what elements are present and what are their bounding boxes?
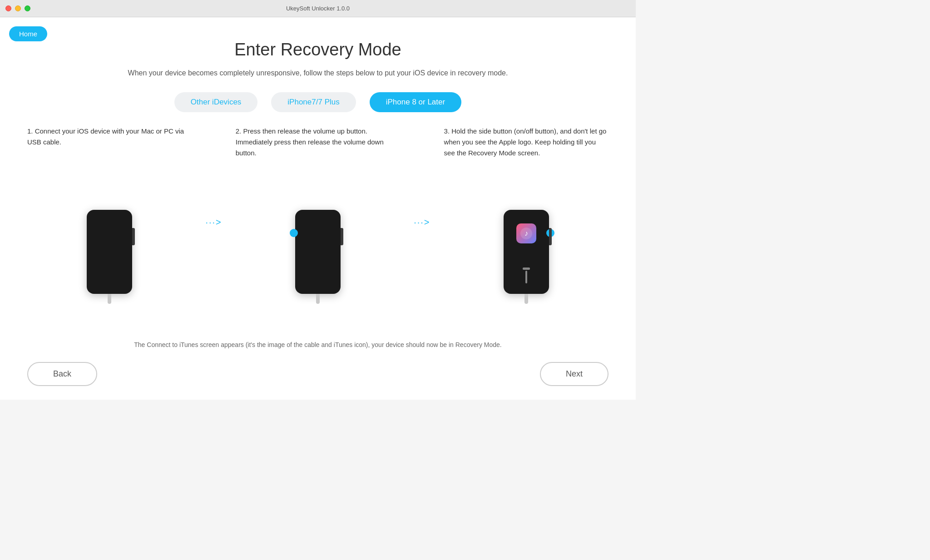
arrow-2-dots: ···> [414,217,430,228]
step-3-text: 3. Hold the side button (on/off button),… [444,126,608,171]
phone-3: ♪ [504,210,549,294]
step-2-column: 2. Press then release the volume up butt… [236,126,400,332]
home-button[interactable]: Home [9,26,47,41]
arrow-1: ···> [201,126,226,332]
traffic-lights [5,5,30,11]
phone-2 [295,210,341,294]
title-bar: UkeySoft Unlocker 1.0.0 [0,0,636,17]
phone-1 [87,210,132,294]
step-3-column: 3. Hold the side button (on/off button),… [444,126,608,332]
tab-group: Other iDevices iPhone7/7 Plus iPhone 8 o… [27,92,608,112]
cable-body [525,271,527,283]
tab-iphone8-later[interactable]: iPhone 8 or Later [370,92,461,112]
phone-2-side-btn [341,228,343,245]
cable-connector [523,268,530,270]
phone-3-side-btn [549,228,552,245]
phone-1-side-btn [132,228,135,245]
page-subtitle: When your device becomes completely unre… [27,68,608,79]
nav-buttons: Back Next [27,353,608,400]
phone-2-blue-dot [290,229,298,237]
steps-section: 1. Connect your iOS device with your Mac… [27,126,608,332]
step-1-text: 1. Connect your iOS device with your Mac… [27,126,192,171]
main-content: Home Enter Recovery Mode When your devic… [0,17,636,400]
arrow-2: ···> [409,126,435,332]
arrow-1-dots: ···> [205,217,222,228]
itunes-icon: ♪ [516,223,536,243]
step-2-text: 2. Press then release the volume up butt… [236,126,400,171]
step-3-phone-area: ♪ [444,171,608,332]
minimize-button[interactable] [15,5,21,11]
cable-icon [522,268,531,286]
step-1-phone-area [27,171,192,332]
window-title: UkeySoft Unlocker 1.0.0 [286,5,350,12]
svg-text:♪: ♪ [524,229,528,237]
step-1-column: 1. Connect your iOS device with your Mac… [27,126,192,332]
close-button[interactable] [5,5,11,11]
back-button[interactable]: Back [27,362,97,386]
tab-iphone7-plus[interactable]: iPhone7/7 Plus [271,92,356,112]
maximize-button[interactable] [25,5,30,11]
bottom-note: The Connect to iTunes screen appears (it… [27,332,608,353]
next-button[interactable]: Next [540,362,608,386]
step-2-phone-area [236,171,400,332]
page-title: Enter Recovery Mode [27,40,608,59]
tab-other-idevices[interactable]: Other iDevices [174,92,257,112]
